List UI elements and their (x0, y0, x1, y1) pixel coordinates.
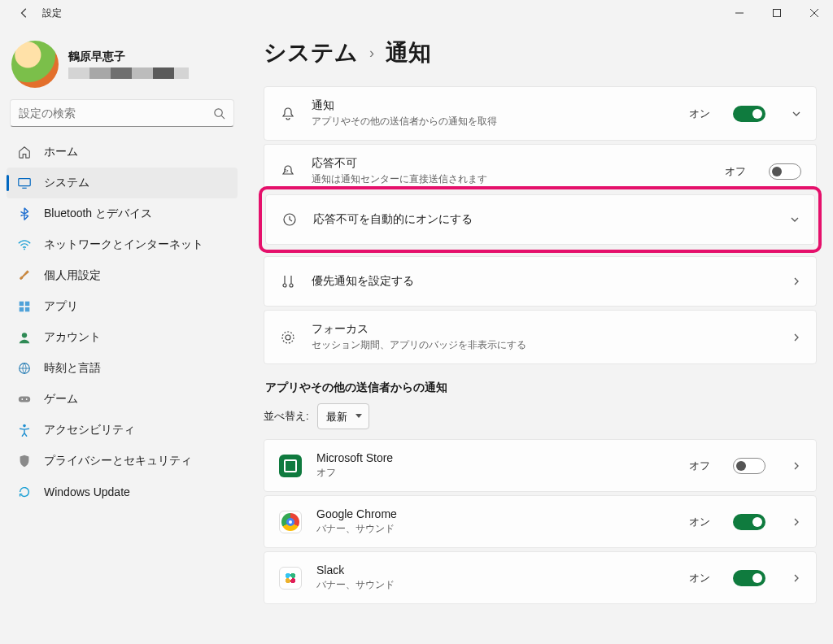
app-row-google-chrome[interactable]: Google Chromeバナー、サウンド オン (264, 495, 817, 548)
svg-point-1 (215, 108, 222, 115)
sort-label: 並べ替え: (264, 409, 309, 424)
breadcrumb-separator-icon: › (369, 45, 374, 62)
sort-select[interactable]: 最新 (317, 403, 369, 429)
sidebar-item-windows-update[interactable]: Windows Update (7, 476, 238, 507)
apps-icon (16, 298, 33, 315)
chevron-down-icon (790, 215, 800, 224)
titlebar: 設定 (0, 0, 833, 26)
toggle-app-gc[interactable] (733, 514, 765, 530)
breadcrumb-current: 通知 (386, 37, 431, 68)
toggle-notifications[interactable] (733, 106, 765, 122)
card-do-not-disturb[interactable]: Zz 応答不可通知は通知センターに直接送信されます オフ (264, 144, 817, 186)
search-box[interactable] (10, 99, 234, 127)
google-chrome-icon (279, 511, 302, 533)
svg-point-3 (24, 249, 25, 250)
focus-icon (279, 329, 297, 346)
svg-rect-6 (20, 307, 24, 311)
svg-text:Zz: Zz (284, 168, 289, 173)
svg-point-11 (21, 398, 23, 400)
search-input[interactable] (19, 107, 213, 120)
card-notifications[interactable]: 通知アプリやその他の送信者からの通知を取得 オン (264, 86, 817, 141)
toggle-app-ms[interactable] (733, 458, 765, 474)
avatar (11, 41, 59, 88)
sidebar-item-personalization[interactable]: 個人用設定 (7, 260, 238, 291)
toggle-dnd[interactable] (769, 163, 801, 180)
svg-point-18 (282, 332, 294, 343)
highlight-annotation: 応答不可を自動的にオンにする (259, 186, 822, 253)
priority-icon (279, 273, 297, 289)
sidebar-item-gaming[interactable]: ゲーム (7, 384, 238, 415)
svg-point-13 (23, 424, 26, 428)
chevron-right-icon (792, 573, 801, 583)
main-content: システム › 通知 通知アプリやその他の送信者からの通知を取得 オン Zz 応答… (244, 26, 833, 644)
globe-icon (16, 360, 33, 376)
bell-icon (279, 106, 297, 122)
back-button[interactable] (10, 7, 39, 19)
app-row-microsoft-store[interactable]: Microsoft Storeオフ オフ (264, 439, 817, 492)
chevron-down-icon (792, 109, 801, 119)
svg-rect-4 (20, 302, 24, 306)
search-icon (213, 107, 225, 120)
maximize-button[interactable] (758, 0, 796, 26)
app-title: 設定 (39, 7, 62, 20)
profile-name: 鶴原早恵子 (68, 50, 189, 64)
svg-point-19 (286, 335, 290, 340)
update-icon (16, 484, 33, 500)
profile-email-redacted (68, 67, 189, 79)
dnd-icon: Zz (279, 163, 297, 180)
toggle-app-sl[interactable] (733, 570, 765, 586)
card-focus[interactable]: フォーカスセッション期間、アプリのバッジを非表示にする (264, 310, 817, 364)
minimize-button[interactable] (721, 0, 758, 26)
apps-section-heading: アプリやその他の送信者からの通知 (265, 381, 817, 395)
sidebar-item-accessibility[interactable]: アクセシビリティ (7, 415, 238, 446)
sidebar-item-time-language[interactable]: 時刻と言語 (7, 353, 238, 384)
wifi-icon (16, 237, 33, 253)
svg-point-16 (283, 284, 286, 287)
profile[interactable]: 鶴原早恵子 (7, 36, 238, 99)
sidebar-item-system[interactable]: システム (7, 168, 238, 198)
breadcrumb: システム › 通知 (264, 37, 817, 68)
sidebar: 鶴原早恵子 ホーム システム Bluetooth とデバイス ネットワークとイン… (0, 26, 244, 644)
bluetooth-icon (16, 206, 33, 222)
home-icon (16, 144, 33, 160)
sidebar-item-accounts[interactable]: アカウント (7, 322, 238, 353)
clock-icon (281, 211, 299, 228)
microsoft-store-icon (279, 455, 302, 477)
account-icon (16, 329, 33, 346)
accessibility-icon (16, 422, 33, 438)
card-priority-notifications[interactable]: 優先通知を設定する (264, 256, 817, 307)
sidebar-item-home[interactable]: ホーム (7, 137, 238, 168)
sidebar-item-network[interactable]: ネットワークとインターネット (7, 229, 238, 260)
slack-icon (279, 567, 302, 590)
svg-rect-5 (25, 302, 29, 306)
sidebar-item-apps[interactable]: アプリ (7, 291, 238, 322)
sidebar-item-privacy[interactable]: プライバシーとセキュリティ (7, 446, 238, 476)
svg-point-17 (290, 284, 293, 287)
svg-point-12 (26, 398, 28, 400)
sidebar-item-bluetooth[interactable]: Bluetooth とデバイス (7, 198, 238, 229)
breadcrumb-parent[interactable]: システム (264, 37, 358, 68)
system-icon (16, 175, 33, 191)
svg-rect-10 (19, 396, 30, 402)
chevron-right-icon (792, 517, 801, 527)
app-row-slack[interactable]: Slackバナー、サウンド オン (264, 551, 817, 604)
chevron-right-icon (792, 276, 801, 286)
card-auto-dnd[interactable]: 応答不可を自動的にオンにする (265, 194, 815, 245)
chevron-right-icon (792, 333, 801, 342)
brush-icon (16, 268, 33, 284)
shield-icon (16, 453, 33, 469)
gaming-icon (16, 391, 33, 407)
svg-rect-0 (774, 10, 781, 17)
svg-point-8 (22, 333, 27, 337)
chevron-right-icon (792, 461, 801, 471)
svg-rect-2 (19, 179, 30, 186)
close-button[interactable] (796, 0, 833, 26)
svg-rect-7 (25, 307, 29, 311)
